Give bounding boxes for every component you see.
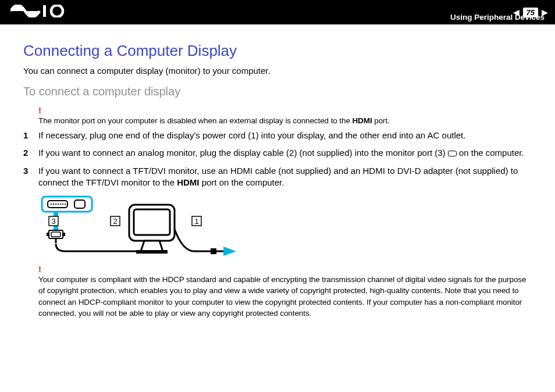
header-bar: ◀ 75 ▶ Using Peripheral Devices xyxy=(0,0,555,24)
svg-point-1 xyxy=(51,5,63,17)
warning-icon: ! xyxy=(38,105,532,115)
steps-list: 1 If necessary, plug one end of the disp… xyxy=(23,130,532,188)
diagram-label-3: 3 xyxy=(51,217,55,226)
svg-point-8 xyxy=(60,204,61,205)
svg-rect-11 xyxy=(74,200,85,208)
step-number: 1 xyxy=(23,130,30,141)
connection-diagram: 3 2 1 xyxy=(38,194,236,258)
step-body: If you want to connect a TFT/DVI monitor… xyxy=(38,165,532,189)
step-number: 3 xyxy=(23,165,30,189)
step-body: If you want to connect an analog monitor… xyxy=(38,147,532,159)
warning-icon: ! xyxy=(38,264,532,274)
lead-paragraph: You can connect a computer display (moni… xyxy=(23,66,532,76)
svg-point-5 xyxy=(53,204,54,205)
page-title: Connecting a Computer Display xyxy=(23,42,532,60)
breadcrumb[interactable]: Using Peripheral Devices xyxy=(450,13,545,22)
svg-rect-18 xyxy=(136,250,168,254)
diagram-label-2: 2 xyxy=(113,217,117,226)
subheading: To connect a computer display xyxy=(23,85,532,98)
step-3: 3 If you want to connect a TFT/DVI monit… xyxy=(23,165,532,189)
warning-1: ! The monitor port on your computer is d… xyxy=(38,105,532,126)
monitor-port-icon xyxy=(448,151,457,156)
warning-1-text: The monitor port on your computer is dis… xyxy=(38,116,390,125)
vaio-logo xyxy=(10,5,69,20)
svg-marker-20 xyxy=(223,247,236,256)
warning-2: ! Your computer is compliant with the HD… xyxy=(38,264,532,319)
svg-point-7 xyxy=(58,204,59,205)
step-body: If necessary, plug one end of the displa… xyxy=(38,130,532,141)
svg-rect-0 xyxy=(43,5,46,17)
svg-point-6 xyxy=(55,204,56,205)
svg-rect-19 xyxy=(211,248,216,254)
step-2: 2 If you want to connect an analog monit… xyxy=(23,147,532,159)
svg-rect-14 xyxy=(47,233,49,236)
svg-point-9 xyxy=(62,204,63,205)
warning-2-text: Your computer is compliant with the HDCP… xyxy=(38,275,526,318)
svg-rect-17 xyxy=(134,209,170,235)
diagram-label-1: 1 xyxy=(194,217,198,226)
svg-point-10 xyxy=(65,204,66,205)
svg-rect-15 xyxy=(63,233,65,236)
page-content: Connecting a Computer Display You can co… xyxy=(0,24,555,319)
step-1: 1 If necessary, plug one end of the disp… xyxy=(23,130,532,141)
step-number: 2 xyxy=(23,147,30,159)
svg-point-4 xyxy=(51,204,52,205)
